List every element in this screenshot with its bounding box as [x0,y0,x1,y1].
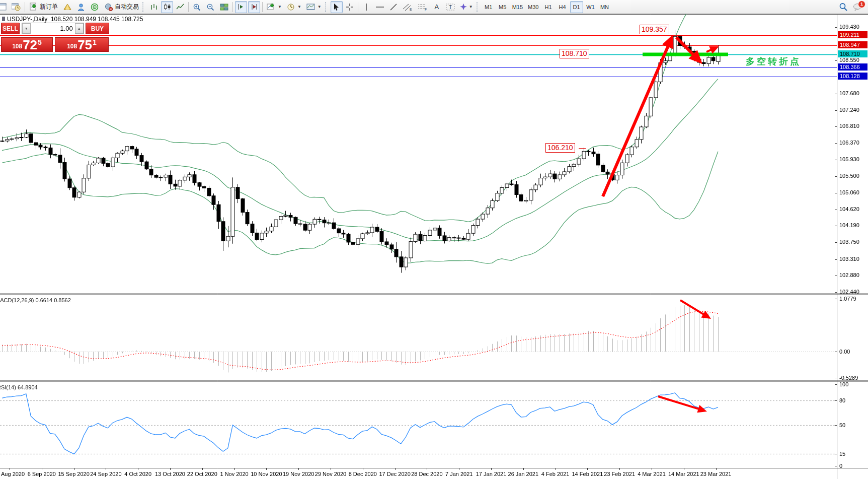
date-axis-label: 15 Sep 2020 [58,471,89,477]
trendline-button[interactable] [387,1,400,13]
timeframe-clock-button[interactable]: ▼ [285,1,303,13]
timeframe-button-h4[interactable]: H4 [556,1,569,13]
main-toolbar: 新订单 自动交易 [0,0,868,14]
price-axis-tick: 104.190 [839,222,859,228]
horizontal-line-button[interactable] [373,1,386,13]
price-axis-tick: 105.930 [839,156,859,162]
timeframe-button-h1[interactable]: H1 [542,1,555,13]
price-axis-tick: 106.370 [839,140,859,146]
price-axis-tick: 109.430 [839,24,859,30]
broadcast-button[interactable] [89,1,101,13]
arrows-button[interactable]: ▼ [458,1,475,13]
price-axis-badge: 108.128 [838,73,867,80]
date-axis-label: 10 Nov 2020 [251,471,282,477]
volume-decrease-button[interactable]: ▼ [22,23,31,34]
autotrading-button[interactable]: 自动交易 [102,1,141,13]
timeframe-button-m30[interactable]: M30 [526,1,540,13]
line-chart-button[interactable] [174,1,186,13]
new-order-icon [29,3,38,11]
dropdown-caret: ▼ [469,5,473,9]
rsi-indicator-label: RSI(14) 64.8904 [0,384,38,390]
sell-price-point: 5 [38,38,42,46]
timeframe-button-w1[interactable]: W1 [584,1,597,13]
one-click-trading-panel: SELL ▼ ▲ BUY 108 72 5 108 75 1 [1,23,109,52]
new-chart-button[interactable] [0,1,9,13]
timeframe-button-d1[interactable]: D1 [570,1,583,13]
timeframe-button-mn[interactable]: MN [598,1,611,13]
metaquotes-button[interactable] [61,1,74,13]
vertical-line-button[interactable] [360,1,372,13]
rsi-axis-tick: 100 [839,381,848,387]
support-price-label: 108.710 [560,49,589,58]
date-axis-label: 19 Nov 2020 [283,471,314,477]
svg-text:E: E [410,8,412,11]
person-icon [77,3,86,11]
chat-bubble-icon: 1 [853,3,862,11]
price-axis-tick: 103.310 [839,256,859,262]
svg-text:T: T [449,5,452,10]
zoom-out-button[interactable] [204,1,217,13]
crosshair-button[interactable] [344,1,356,13]
autotrading-icon [104,3,113,11]
price-axis-tick: 107.680 [839,90,859,96]
rsi-axis-tick: 0 [839,463,842,469]
auto-scroll-button[interactable] [235,1,247,13]
fibonacci-button[interactable]: F [416,1,430,13]
community-button[interactable] [75,1,88,13]
peak-price-label: 109.357 [640,25,669,34]
volume-increase-button[interactable]: ▲ [75,23,84,34]
dropdown-caret: ▼ [297,5,301,9]
bar-chart-button[interactable] [148,1,160,13]
date-axis-label: 4 Oct 2020 [124,471,151,477]
gold-cone-icon [63,3,72,11]
search-button[interactable] [837,1,850,13]
sell-price-display[interactable]: 108 72 5 [1,37,53,52]
tile-windows-button[interactable] [218,1,230,13]
indicators-button[interactable]: ▼ [265,1,284,13]
volume-input[interactable] [31,23,75,34]
date-axis-label: 22 Oct 2020 [187,471,217,477]
chart-canvas[interactable] [0,0,868,479]
date-axis-label: 17 Jan 2021 [476,471,507,477]
date-axis-label: 23 Mar 2021 [700,471,732,477]
timeframe-button-m1[interactable]: M1 [482,1,495,13]
chart-shift-button[interactable] [248,1,260,13]
new-order-button[interactable]: 新订单 [27,1,60,13]
price-axis-badge: 108.366 [838,63,867,71]
toolbar-handle [142,2,145,12]
toolbar-separator [262,2,263,12]
price-axis-badge: 108.710 [838,50,867,57]
buy-button[interactable]: BUY [86,23,109,34]
date-axis-label: 29 Nov 2020 [315,471,346,477]
chart-title: USDJPY-,Daily [7,16,47,23]
macd-axis-tick: 0.00 [839,349,850,355]
timeframe-button-m15[interactable]: M15 [510,1,525,13]
date-axis-label: 1 Nov 2020 [220,471,248,477]
candlestick-chart-button[interactable] [161,1,173,13]
history-center-button[interactable] [10,1,23,13]
rsi-axis-tick: 15 [839,451,845,457]
cursor-button[interactable] [331,1,343,13]
templates-button[interactable]: ▼ [304,1,324,13]
chart-ohlc: 108.520 108.949 108.445 108.725 [51,16,143,23]
date-axis-label: 14 Feb 2021 [572,471,603,477]
rsi-axis-tick: 50 [839,422,845,428]
date-axis-label: 7 Jan 2021 [445,471,472,477]
sonar-icon [91,3,99,11]
text-button[interactable]: A [431,1,443,13]
price-axis-badge: 109.211 [838,31,867,38]
text-label-button[interactable]: T [444,1,457,13]
toolbar-handle [477,2,480,12]
equidistant-channel-button[interactable]: E [401,1,415,13]
timeframe-group: M1M5M15M30H1H4D1W1MN [482,1,612,13]
mt4-window: 新订单 自动交易 [0,0,868,479]
buy-price-display[interactable]: 108 75 1 [55,37,109,52]
zoom-in-button[interactable] [191,1,203,13]
sell-button[interactable]: SELL [1,23,20,34]
buy-price-figure: 108 [67,43,77,50]
date-axis-label: 14 Mar 2021 [668,471,699,477]
timeframe-button-m5[interactable]: M5 [496,1,509,13]
date-axis-label: 6 Sep 2020 [28,471,56,477]
buy-price-point: 1 [93,38,97,46]
notifications-button[interactable]: 1 [851,1,864,13]
